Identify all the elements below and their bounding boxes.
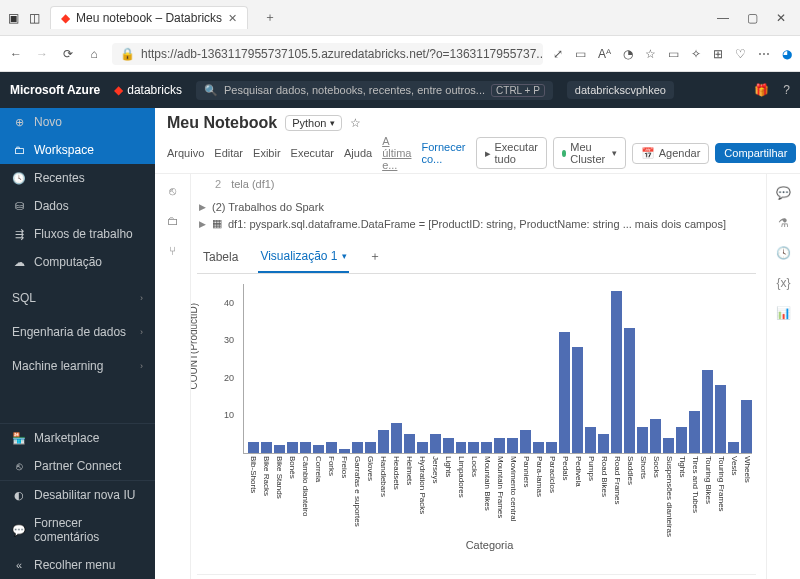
sidebar-item-ml[interactable]: Machine learning› — [0, 352, 155, 380]
bar[interactable] — [572, 347, 583, 453]
sidebar-item-desabilitar[interactable]: ◐Desabilitar nova IU — [0, 481, 155, 509]
add-fav-icon[interactable]: ✧ — [691, 47, 701, 61]
bar[interactable] — [339, 449, 350, 453]
bar[interactable] — [559, 332, 570, 453]
back-icon[interactable]: ← — [8, 47, 24, 61]
bar[interactable] — [352, 442, 363, 453]
bar[interactable] — [430, 434, 441, 453]
bar[interactable] — [520, 430, 531, 453]
sidebar-item-workspace[interactable]: 🗀Workspace — [0, 136, 155, 164]
maximize-icon[interactable]: ▢ — [747, 11, 758, 25]
bar[interactable] — [546, 442, 557, 453]
close-tab-icon[interactable]: ✕ — [228, 12, 237, 25]
browser-tab[interactable]: ◆ Meu notebook – Databricks ✕ — [50, 6, 248, 29]
close-window-icon[interactable]: ✕ — [776, 11, 786, 25]
bar[interactable] — [274, 445, 285, 453]
code-line[interactable]: 2tela (df1) — [197, 178, 756, 191]
bar[interactable] — [300, 442, 311, 453]
workspace-icon[interactable]: ▣ — [8, 11, 19, 25]
sidebar-item-novo[interactable]: ⊕Novo — [0, 108, 155, 136]
sidebar-item-sql[interactable]: SQL› — [0, 284, 155, 312]
sidebar-item-computacao[interactable]: ☁Computação — [0, 248, 155, 276]
bar[interactable] — [417, 442, 428, 453]
menu-executar[interactable]: Executar — [291, 147, 334, 159]
copilot-icon[interactable]: ◕ — [782, 47, 792, 61]
gift-icon[interactable]: 🎁 — [754, 83, 769, 97]
bar[interactable] — [676, 427, 687, 453]
sidebar-item-partner[interactable]: ⎋Partner Connect — [0, 452, 155, 480]
menu-arquivo[interactable]: Arquivo — [167, 147, 204, 159]
tab-visualizacao[interactable]: Visualização 1▾ — [258, 241, 348, 273]
cluster-indicator[interactable]: databrickscvphkeo — [567, 81, 674, 99]
chart-icon[interactable]: 📊 — [776, 306, 791, 320]
connect-icon[interactable]: ⎋ — [169, 184, 176, 198]
sidebar-item-recolher[interactable]: «Recolher menu — [0, 551, 155, 579]
sidebar-item-marketplace[interactable]: 🏪Marketplace — [0, 424, 155, 452]
bar[interactable] — [494, 438, 505, 453]
schedule-button[interactable]: 📅Agendar — [632, 143, 710, 164]
home-icon[interactable]: ⌂ — [86, 47, 102, 61]
bar[interactable] — [287, 442, 298, 453]
bar[interactable] — [611, 291, 622, 453]
history-icon[interactable]: 🕓 — [776, 246, 791, 260]
feedback-link[interactable]: Fornecer co... — [421, 141, 465, 165]
help-icon[interactable]: ? — [783, 83, 790, 97]
share-button[interactable]: Compartilhar — [715, 143, 796, 163]
heart-icon[interactable]: ♡ — [735, 47, 746, 61]
run-all-button[interactable]: ▸Executar tudo — [476, 137, 547, 169]
dataframe-info-row[interactable]: ▶▦df1: pyspark.sql.dataframe.DataFrame =… — [199, 217, 756, 230]
bar[interactable] — [481, 442, 492, 453]
sidebar-item-fluxos[interactable]: ⇶Fluxos de trabalho — [0, 220, 155, 248]
menu-editar[interactable]: Editar — [214, 147, 243, 159]
comment-icon[interactable]: 💬 — [776, 186, 791, 200]
global-search[interactable]: 🔍 Pesquisar dados, notebooks, recentes, … — [196, 81, 553, 100]
cluster-selector[interactable]: Meu Cluster▾ — [553, 137, 626, 169]
bar[interactable] — [637, 427, 648, 453]
reader-icon[interactable]: ▭ — [575, 47, 586, 61]
new-tab-button[interactable]: ＋ — [258, 9, 282, 26]
variable-icon[interactable]: {x} — [776, 276, 790, 290]
read-aloud-icon[interactable]: ⤢ — [553, 47, 563, 61]
folder-icon[interactable]: 🗀 — [167, 214, 179, 228]
tab-tabela[interactable]: Tabela — [201, 242, 240, 272]
sidebar-item-dados[interactable]: ⛁Dados — [0, 192, 155, 220]
bar[interactable] — [741, 400, 752, 453]
bar[interactable] — [248, 442, 259, 453]
bar[interactable] — [261, 442, 272, 453]
bar[interactable] — [378, 430, 389, 453]
menu-exibir[interactable]: Exibir — [253, 147, 281, 159]
bar[interactable] — [456, 442, 467, 453]
collections-icon[interactable]: ▭ — [668, 47, 679, 61]
bar[interactable] — [443, 438, 454, 453]
add-viz-button[interactable]: ＋ — [367, 240, 383, 273]
sidebar-item-recentes[interactable]: 🕓Recentes — [0, 164, 155, 192]
bar[interactable] — [404, 434, 415, 453]
sidebar-item-eng[interactable]: Engenharia de dados› — [0, 318, 155, 346]
bar[interactable] — [391, 423, 402, 453]
sync-icon[interactable]: ◔ — [623, 47, 633, 61]
sidebar-item-feedback[interactable]: 💬Fornecer comentários — [0, 509, 155, 551]
bar[interactable] — [507, 438, 518, 453]
branch-icon[interactable]: ⑂ — [169, 244, 176, 258]
spark-jobs-row[interactable]: ▶(2) Trabalhos do Spark — [199, 201, 756, 213]
azure-label[interactable]: Microsoft Azure — [10, 83, 100, 97]
databricks-logo[interactable]: ◆ databricks — [114, 83, 182, 97]
bar[interactable] — [650, 419, 661, 453]
bar[interactable] — [715, 385, 726, 453]
bar[interactable] — [468, 442, 479, 453]
beaker-icon[interactable]: ⚗ — [778, 216, 789, 230]
extensions-icon[interactable]: ⊞ — [713, 47, 723, 61]
bar[interactable] — [624, 328, 635, 453]
sidebar-toggle-icon[interactable]: ◫ — [29, 11, 40, 25]
bar[interactable] — [365, 442, 376, 453]
language-selector[interactable]: Python▾ — [285, 115, 342, 131]
favorite-icon[interactable]: ☆ — [645, 47, 656, 61]
menu-ajuda[interactable]: Ajuda — [344, 147, 372, 159]
bar[interactable] — [689, 411, 700, 453]
bar[interactable] — [702, 370, 713, 453]
bar[interactable] — [728, 442, 739, 453]
url-input[interactable]: 🔒 https://adb-1363117955737105.5.azureda… — [112, 43, 543, 65]
refresh-icon[interactable]: ⟳ — [60, 47, 76, 61]
text-size-icon[interactable]: Aᴬ — [598, 47, 611, 61]
minimize-icon[interactable]: — — [717, 11, 729, 25]
